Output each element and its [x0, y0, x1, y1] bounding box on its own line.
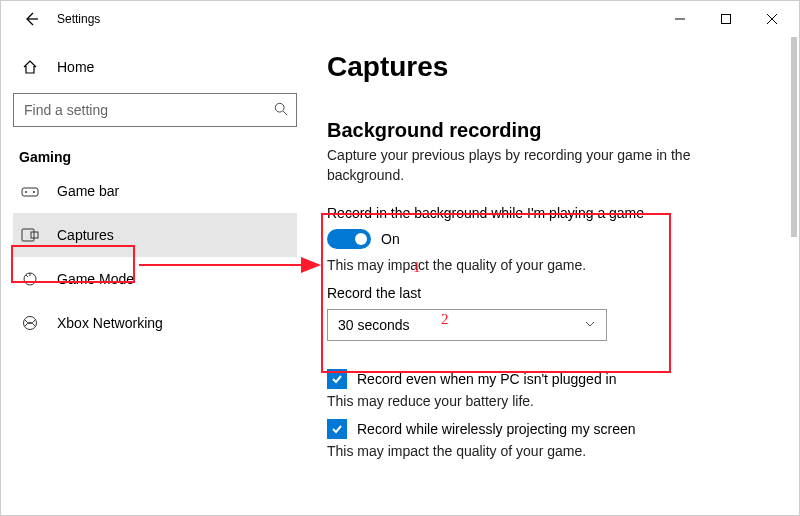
- maximize-icon: [721, 14, 731, 24]
- duration-value: 30 seconds: [338, 317, 410, 333]
- toggle-state-label: On: [381, 231, 400, 247]
- home-icon: [19, 59, 41, 75]
- duration-select[interactable]: 30 seconds: [327, 309, 607, 341]
- sidebar-item-label: Captures: [57, 227, 114, 243]
- checkbox-plugged-in-help: This may reduce your battery life.: [327, 393, 773, 409]
- section-description: Capture your previous plays by recording…: [327, 146, 747, 185]
- minimize-icon: [675, 14, 685, 24]
- background-record-toggle[interactable]: [327, 229, 371, 249]
- checkbox-wireless-project-label: Record while wirelessly projecting my sc…: [357, 421, 636, 437]
- svg-point-4: [33, 191, 35, 193]
- scrollbar[interactable]: [791, 37, 797, 237]
- content-area: Captures Background recording Capture yo…: [309, 37, 799, 515]
- game-mode-icon: [19, 271, 41, 287]
- chevron-down-icon: [584, 317, 596, 333]
- svg-rect-0: [722, 15, 731, 24]
- page-title: Captures: [327, 51, 773, 83]
- search-icon: [274, 102, 288, 119]
- section-heading: Background recording: [327, 119, 773, 142]
- checkbox-wireless-project-help: This may impact the quality of your game…: [327, 443, 773, 459]
- sidebar-item-xbox-networking[interactable]: Xbox Networking: [13, 301, 297, 345]
- arrow-left-icon: [23, 11, 39, 27]
- sidebar-item-label: Game bar: [57, 183, 119, 199]
- close-button[interactable]: [749, 4, 795, 34]
- check-icon: [330, 422, 344, 436]
- back-button[interactable]: [15, 3, 47, 35]
- sidebar-item-label: Game Mode: [57, 271, 134, 287]
- nav-home-label: Home: [57, 59, 94, 75]
- toggle-help-text: This may impact the quality of your game…: [327, 257, 773, 273]
- maximize-button[interactable]: [703, 4, 749, 34]
- window-title: Settings: [57, 12, 100, 26]
- xbox-networking-icon: [19, 315, 41, 331]
- nav-home[interactable]: Home: [13, 47, 297, 87]
- sidebar-item-captures[interactable]: Captures: [13, 213, 297, 257]
- toggle-title: Record in the background while I'm playi…: [327, 205, 773, 221]
- close-icon: [767, 14, 777, 24]
- checkbox-wireless-project[interactable]: [327, 419, 347, 439]
- captures-icon: [19, 228, 41, 242]
- sidebar: Home Find a setting Gaming Game bar Capt…: [1, 37, 309, 515]
- search-input[interactable]: Find a setting: [13, 93, 297, 127]
- duration-label: Record the last: [327, 285, 773, 301]
- svg-rect-2: [22, 188, 38, 196]
- toggle-knob: [355, 233, 367, 245]
- game-bar-icon: [19, 184, 41, 198]
- checkbox-plugged-in-label: Record even when my PC isn't plugged in: [357, 371, 616, 387]
- sidebar-section-title: Gaming: [19, 149, 297, 165]
- window-controls: [657, 4, 795, 34]
- checkbox-plugged-in[interactable]: [327, 369, 347, 389]
- check-icon: [330, 372, 344, 386]
- titlebar: Settings: [1, 1, 799, 37]
- svg-rect-5: [22, 229, 34, 241]
- svg-point-1: [275, 103, 284, 112]
- svg-point-3: [25, 191, 27, 193]
- minimize-button[interactable]: [657, 4, 703, 34]
- sidebar-item-game-bar[interactable]: Game bar: [13, 169, 297, 213]
- search-placeholder: Find a setting: [24, 102, 108, 118]
- sidebar-item-label: Xbox Networking: [57, 315, 163, 331]
- sidebar-item-game-mode[interactable]: Game Mode: [13, 257, 297, 301]
